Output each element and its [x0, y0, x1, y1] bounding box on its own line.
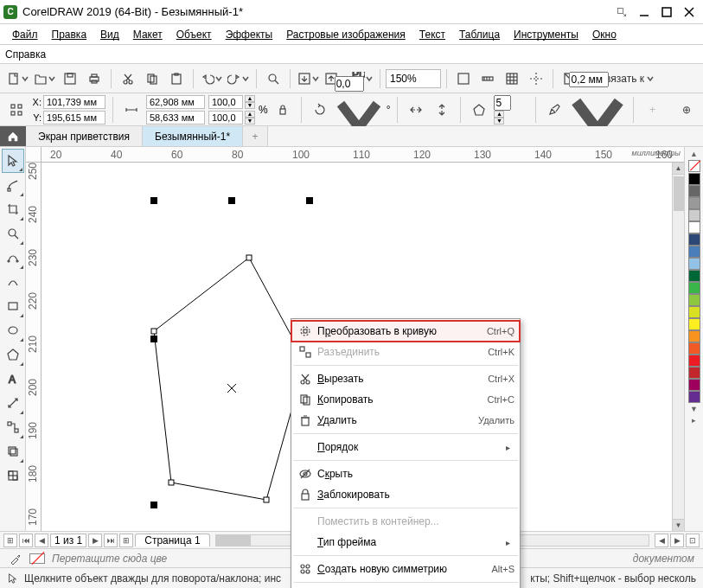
login-icon[interactable] — [611, 3, 632, 21]
menu-help[interactable]: Справка — [5, 48, 46, 61]
selection-handle[interactable] — [306, 197, 313, 204]
page-first-button[interactable]: ⏮ — [19, 534, 33, 547]
page-tab-1[interactable]: Страница 1 — [135, 534, 209, 546]
context-menu-item[interactable]: Заблокировать — [291, 484, 520, 505]
open-button[interactable] — [32, 72, 57, 86]
palette-flyout[interactable]: ▸ — [687, 415, 701, 425]
menu-table[interactable]: Таблица — [452, 27, 507, 42]
drop-shadow-tool[interactable] — [2, 439, 24, 463]
vertical-scrollbar[interactable]: ▲ ▼ — [672, 163, 684, 531]
color-swatch[interactable] — [688, 367, 700, 379]
context-menu-item[interactable]: Скрыть — [291, 463, 520, 484]
color-swatch[interactable] — [688, 282, 700, 294]
color-swatch[interactable] — [688, 379, 700, 391]
color-swatch[interactable] — [688, 197, 700, 209]
color-swatch[interactable] — [688, 209, 700, 221]
color-swatch[interactable] — [688, 342, 700, 355]
polygon-tool[interactable] — [2, 342, 24, 367]
crop-tool[interactable] — [2, 197, 24, 221]
sides-combo[interactable]: ▲▼ — [494, 95, 528, 125]
palette-scroll-down[interactable]: ▼ — [687, 404, 701, 414]
home-tab-button[interactable] — [0, 126, 26, 146]
menu-bitmaps[interactable]: Растровые изображения — [279, 27, 412, 42]
tab-welcome[interactable]: Экран приветствия — [26, 126, 143, 146]
color-swatch[interactable] — [688, 330, 700, 342]
selection-handle[interactable] — [228, 197, 235, 204]
cut-button[interactable] — [117, 67, 139, 90]
color-swatch[interactable] — [688, 355, 700, 367]
color-swatch[interactable] — [688, 294, 700, 306]
color-swatch[interactable] — [688, 391, 700, 403]
sides-spinner[interactable]: ▲▼ — [494, 111, 528, 125]
color-swatch[interactable] — [688, 233, 700, 246]
color-swatch[interactable] — [688, 221, 700, 233]
swatch-none[interactable] — [688, 160, 700, 172]
text-tool[interactable]: A — [2, 367, 24, 391]
scale-y-input[interactable] — [208, 111, 243, 125]
print-button[interactable] — [83, 67, 105, 90]
y-input[interactable] — [43, 111, 105, 125]
save-button[interactable] — [59, 67, 81, 90]
quick-customize-button[interactable]: ⊕ — [675, 99, 698, 121]
maximize-button[interactable] — [656, 3, 677, 21]
menu-tools[interactable]: Инструменты — [507, 27, 585, 42]
color-swatch[interactable] — [688, 318, 700, 330]
transparency-tool[interactable] — [2, 463, 24, 488]
page-next-button[interactable]: ▶ — [88, 534, 102, 547]
hscroll-left[interactable]: ◀ — [655, 534, 668, 547]
import-button[interactable] — [296, 72, 321, 86]
eyedropper-icon[interactable] — [9, 552, 22, 566]
color-swatch[interactable] — [688, 246, 700, 258]
context-menu-item[interactable]: КопироватьCtrl+C — [291, 389, 520, 410]
close-button[interactable] — [679, 3, 700, 21]
search-button[interactable] — [262, 67, 284, 90]
menu-effects[interactable]: Эффекты — [219, 27, 280, 42]
width-input[interactable] — [146, 95, 205, 109]
height-input[interactable] — [146, 111, 205, 125]
menu-object[interactable]: Объект — [169, 27, 219, 42]
context-menu-item[interactable]: Порядок▸ — [291, 437, 520, 457]
hscroll-right[interactable]: ▶ — [670, 534, 684, 547]
redo-button[interactable] — [226, 72, 251, 86]
tab-new[interactable]: + — [243, 126, 268, 146]
page-prev-button[interactable]: ◀ — [35, 534, 48, 547]
context-menu-item[interactable]: УдалитьУдалить — [291, 410, 520, 431]
new-button[interactable] — [5, 72, 30, 86]
copy-button[interactable] — [141, 67, 163, 90]
rulers-button[interactable] — [476, 67, 499, 90]
ruler-horizontal[interactable]: 20406080100110120130140150160 миллиметры — [26, 147, 684, 163]
menu-text[interactable]: Текст — [412, 27, 452, 42]
tab-document-1[interactable]: Безымянный-1* — [143, 126, 243, 146]
zoom-combo[interactable] — [386, 69, 441, 88]
context-menu-item[interactable]: ВырезатьCtrl+X — [291, 368, 520, 389]
palette-scroll-up[interactable]: ▲ — [687, 149, 701, 159]
artistic-media-tool[interactable] — [2, 270, 24, 294]
connector-tool[interactable] — [2, 415, 24, 439]
color-swatch[interactable] — [688, 270, 700, 282]
shape-tool[interactable] — [2, 173, 24, 197]
scale-x-input[interactable] — [208, 95, 243, 109]
fill-swatch[interactable] — [29, 553, 45, 564]
undo-button[interactable] — [199, 72, 224, 86]
menu-file[interactable]: Файл — [5, 27, 45, 42]
fullscreen-button[interactable] — [452, 67, 475, 90]
ruler-vertical[interactable]: 250240230220210200190180170 — [26, 163, 42, 531]
color-swatch[interactable] — [688, 185, 700, 197]
menu-layout[interactable]: Макет — [126, 27, 169, 42]
lock-ratio-button[interactable] — [272, 99, 294, 121]
page-add-after-button[interactable]: ⊞ — [119, 534, 133, 547]
menu-window[interactable]: Окно — [585, 27, 623, 42]
color-swatch[interactable] — [688, 173, 700, 185]
mirror-h-button[interactable] — [405, 99, 427, 121]
context-menu-item[interactable]: Преобразовать в кривуюCtrl+Q — [291, 321, 520, 342]
page-add-button[interactable]: ⊞ — [3, 534, 17, 547]
paste-button[interactable] — [165, 67, 188, 90]
page-last-button[interactable]: ⏭ — [104, 534, 118, 547]
parallel-dim-tool[interactable] — [2, 391, 24, 415]
pick-tool[interactable] — [2, 149, 24, 173]
minimize-button[interactable] — [634, 3, 655, 21]
selection-handle[interactable] — [150, 502, 157, 508]
menu-view[interactable]: Вид — [93, 27, 126, 42]
context-menu-item[interactable]: Тип фрейма▸ — [291, 532, 520, 553]
outline-width-input[interactable] — [569, 72, 609, 87]
